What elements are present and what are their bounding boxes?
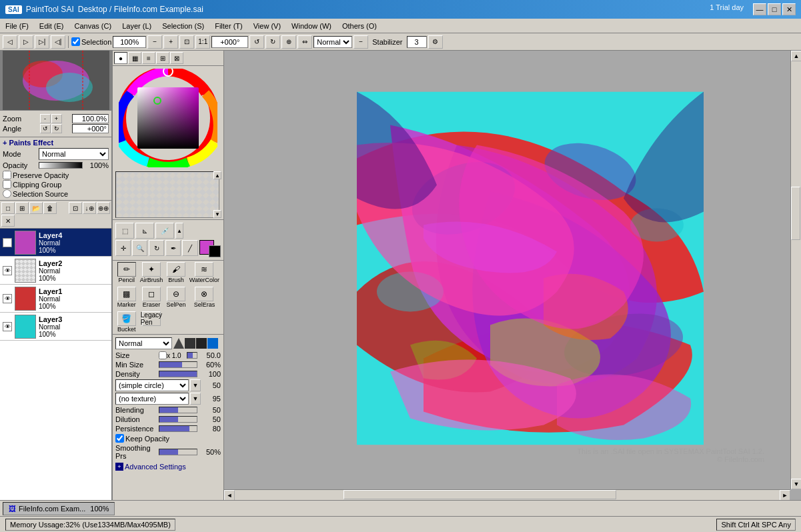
scroll-thumb-h[interactable] xyxy=(343,490,616,499)
selection-source-radio[interactable] xyxy=(3,189,11,198)
menu-edit[interactable]: Edit (E) xyxy=(34,19,69,33)
clipping-group-checkbox[interactable] xyxy=(3,180,11,189)
layer1-eye[interactable]: 👁 xyxy=(3,294,12,303)
selection-checkbox[interactable] xyxy=(71,37,80,46)
menu-window[interactable]: Window (W) xyxy=(286,19,337,33)
brush-shape-3[interactable] xyxy=(196,338,207,349)
select-lasso-tool[interactable]: ⊾ xyxy=(135,223,154,239)
scroll-down-button[interactable]: ▼ xyxy=(791,479,801,489)
layer3-eye[interactable]: 👁 xyxy=(3,322,12,331)
brush-tool[interactable]: 🖌 Brush xyxy=(165,261,187,285)
background-color[interactable] xyxy=(209,245,221,257)
eyedrop-tool[interactable]: 💉 xyxy=(155,223,174,239)
pencil-tool[interactable]: ✏ Pencil xyxy=(115,261,138,285)
scroll-track-h[interactable] xyxy=(235,490,780,500)
open-file-button[interactable]: 📂 xyxy=(29,202,43,214)
min-size-slider[interactable] xyxy=(159,361,197,368)
rot-right-button[interactable]: ↻ xyxy=(265,35,280,49)
zoom-tool[interactable]: 🔍 xyxy=(132,240,147,256)
zoom-100-button[interactable]: 1:1 xyxy=(195,35,210,49)
advanced-settings-button[interactable]: + Advanced Settings xyxy=(115,463,221,471)
menu-canvas[interactable]: Canvas (C) xyxy=(69,19,117,33)
preserve-opacity-checkbox[interactable] xyxy=(3,171,11,179)
legacy-pen-tool[interactable]: LegacyPen xyxy=(139,310,165,334)
brush-shape-2[interactable] xyxy=(185,338,195,349)
close-button[interactable]: ✕ xyxy=(782,3,796,15)
maximize-button[interactable]: □ xyxy=(768,3,781,15)
texture-select[interactable]: (no texture) xyxy=(115,393,189,405)
brush-shape-4[interactable] xyxy=(207,338,218,349)
toolbar-btn-2[interactable]: ▷ xyxy=(19,35,33,49)
scroll-thumb-v[interactable] xyxy=(791,187,800,240)
menu-layer[interactable]: Layer (L) xyxy=(117,19,157,33)
rotation-input[interactable] xyxy=(211,36,248,48)
layer-item-layer4[interactable]: 👁 Layer4 Normal 100% xyxy=(0,229,111,257)
merge-all-button[interactable]: ⊕⊕ xyxy=(97,202,110,214)
color-tab-grid[interactable]: ⊞ xyxy=(156,52,169,64)
toolbar-btn-4[interactable]: ◁| xyxy=(51,35,65,49)
delete-layer-button[interactable]: 🗑 xyxy=(43,202,57,214)
size-link-checkbox[interactable] xyxy=(159,351,167,359)
new-set-button[interactable]: ⊞ xyxy=(15,202,29,214)
layer-trash-button[interactable]: ✕ xyxy=(1,215,15,227)
dropper-tool[interactable]: ╱ xyxy=(182,240,197,256)
scroll-arrow-up-color[interactable]: ▲ xyxy=(213,171,221,179)
rot-left-button[interactable]: ↺ xyxy=(249,35,264,49)
pen-tool[interactable]: ✒ xyxy=(165,240,181,256)
size-slider[interactable] xyxy=(187,352,197,359)
rot-reset-button[interactable]: ⊕ xyxy=(281,35,296,49)
layer2-eye[interactable]: 👁 xyxy=(3,266,12,275)
selpen-tool[interactable]: ⊖ SelPen xyxy=(165,285,187,309)
blend-minus-button[interactable]: − xyxy=(353,35,368,49)
scroll-up-button[interactable]: ▲ xyxy=(791,51,801,61)
eraser-tool[interactable]: ◻ Eraser xyxy=(139,285,165,309)
scroll-left-button[interactable]: ◄ xyxy=(224,490,235,500)
color-wheel-svg[interactable] xyxy=(119,69,217,167)
menu-file[interactable]: File (F) xyxy=(0,19,34,33)
move-tool[interactable]: ✛ xyxy=(115,240,131,256)
marker-tool[interactable]: ▩ Marker xyxy=(115,285,138,309)
merge-down-button[interactable]: ↓⊕ xyxy=(83,202,96,214)
scroll-track-v[interactable] xyxy=(791,61,801,479)
menu-others[interactable]: Others (O) xyxy=(337,19,382,33)
menu-selection[interactable]: Selection (S) xyxy=(157,19,209,33)
layer4-eye[interactable]: 👁 xyxy=(3,238,12,247)
airbrush-tool[interactable]: ✦ AirBrush xyxy=(139,261,165,285)
brush-shape-1[interactable] xyxy=(173,338,184,349)
menu-view[interactable]: View (V) xyxy=(248,19,286,33)
stabilizer-settings-button[interactable]: ⚙ xyxy=(428,35,443,49)
color-tab-other[interactable]: ⊠ xyxy=(170,52,183,64)
color-tab-palette[interactable]: ▦ xyxy=(128,52,141,64)
painting-canvas[interactable] xyxy=(357,91,704,445)
stabilizer-input[interactable] xyxy=(407,36,427,48)
angle-plus[interactable]: ↻ xyxy=(51,124,62,133)
zoom-minus-button[interactable]: − xyxy=(147,35,162,49)
seleras-tool[interactable]: ⊗ SelEras xyxy=(188,285,221,309)
mode-select[interactable]: Normal xyxy=(39,148,109,160)
blend-mode-select[interactable]: Normal xyxy=(313,36,352,48)
zoom-fit-button[interactable]: ⊡ xyxy=(179,35,194,49)
persistence-slider[interactable] xyxy=(159,425,197,432)
layer-item-layer3[interactable]: 👁 Layer3 Normal 100% xyxy=(0,313,111,341)
zoom-plus-button[interactable]: + xyxy=(163,35,178,49)
layer-item-layer1[interactable]: 👁 Layer1 Normal 100% xyxy=(0,285,111,313)
layer-option-button[interactable]: ⊡ xyxy=(69,202,82,214)
zoom-input[interactable] xyxy=(113,36,146,48)
shape-down-arrow[interactable]: ▼ xyxy=(190,379,201,391)
layer-item-layer2[interactable]: 👁 Layer2 Normal 100% xyxy=(0,257,111,285)
scroll-right-button[interactable]: ► xyxy=(780,490,790,500)
toolbar-btn-1[interactable]: ◁ xyxy=(3,35,17,49)
watercolor-tool[interactable]: ≋ WaterColor xyxy=(188,261,221,285)
menu-filter[interactable]: Filter (T) xyxy=(209,19,248,33)
dilution-slider[interactable] xyxy=(159,416,197,423)
rotate-tool[interactable]: ↻ xyxy=(149,240,164,256)
new-layer-button[interactable]: □ xyxy=(1,202,15,214)
zoom-minus-small[interactable]: - xyxy=(40,114,51,123)
brush-mode-select[interactable]: Normal xyxy=(115,337,172,349)
keep-opacity-checkbox[interactable] xyxy=(115,434,124,443)
scroll-color-up[interactable]: ▲ xyxy=(175,223,183,239)
angle-minus[interactable]: ↺ xyxy=(40,124,51,133)
zoom-plus-small[interactable]: + xyxy=(51,114,62,123)
minimize-button[interactable]: — xyxy=(753,3,766,15)
shape-select[interactable]: (simple circle) xyxy=(115,379,189,391)
